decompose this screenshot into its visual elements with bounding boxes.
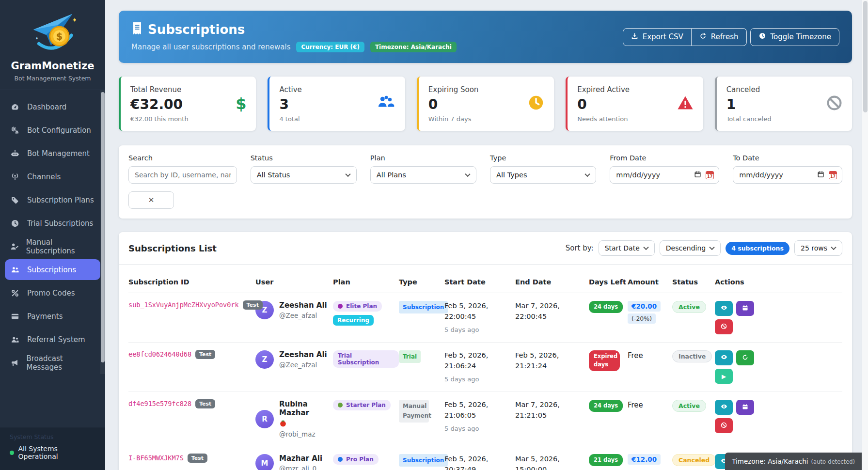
- to-date-input[interactable]: mm/dd/yyyy 17: [733, 166, 842, 184]
- sidebar-item-broadcast-messages[interactable]: Broadcast Messages: [5, 352, 100, 373]
- subscription-id[interactable]: ee8fcd0624640d68: [128, 350, 191, 358]
- sidebar-item-trial-subscriptions[interactable]: Trial Subscriptions: [5, 213, 100, 234]
- app-name: GramMonetize: [0, 60, 105, 72]
- stat-sub: 4 total: [279, 115, 301, 123]
- avatar-initial: Z: [262, 355, 268, 364]
- sidebar-item-promo-codes[interactable]: Promo Codes: [5, 282, 100, 303]
- sidebar-item-label: Bot Management: [27, 149, 90, 158]
- search-input[interactable]: [128, 166, 237, 184]
- rows-per-page-select[interactable]: 25 rows: [794, 240, 842, 256]
- calendar-icon: [742, 403, 749, 412]
- end-date-cell: Feb 5, 2026, 21:21:24: [515, 350, 589, 372]
- stat-card-expired-active: Expired Active 0 Needs attention: [566, 77, 703, 131]
- export-csv-button[interactable]: Export CSV: [623, 28, 692, 46]
- time-text: 21:06:24: [444, 361, 515, 372]
- people-icon: [10, 335, 20, 344]
- subscription-id[interactable]: df4e915e579fc828: [128, 400, 191, 407]
- amount: Free: [628, 350, 643, 360]
- sidebar-item-bot-management[interactable]: Bot Management: [5, 143, 100, 164]
- plan-select[interactable]: All Plans: [370, 166, 476, 184]
- plan-name: Elite Plan: [346, 303, 377, 310]
- sidebar-item-subscription-plans[interactable]: Subscription Plans: [5, 189, 100, 210]
- page-scrollbar-thumb[interactable]: [863, 1, 868, 112]
- type-select-value: All Types: [496, 171, 527, 179]
- column-header: Start Date: [444, 278, 515, 286]
- column-header: Type: [399, 278, 444, 286]
- system-status-text: All Systems Operational: [18, 445, 95, 460]
- sidebar-item-dashboard[interactable]: Dashboard: [5, 96, 100, 117]
- column-header: User: [255, 278, 333, 286]
- calendar-icon[interactable]: [694, 171, 701, 179]
- type-select[interactable]: All Types: [490, 166, 596, 184]
- page-scrollbar[interactable]: [862, 0, 868, 470]
- view-button[interactable]: [715, 301, 733, 316]
- rotate-icon: [742, 354, 749, 362]
- sidebar-item-label: Subscription Plans: [27, 196, 94, 204]
- sidebar-item-payments[interactable]: Payments: [5, 306, 100, 327]
- tags-icon: [10, 196, 20, 204]
- plan-name: Starter Plan: [346, 402, 386, 408]
- time-text: 22:00:45: [444, 312, 515, 322]
- cancel-button[interactable]: [715, 418, 733, 433]
- table-row: df4e915e579fc828Test R Rubina Mazhar @ro…: [128, 392, 842, 446]
- subscription-id[interactable]: I-BF65MWXJKM7S: [128, 454, 184, 462]
- time-text: 21:06:05: [444, 410, 515, 421]
- user-name: Zeeshan Ali: [279, 301, 327, 310]
- status-select[interactable]: All Status: [251, 166, 357, 184]
- date-text: Mar 5, 2026,: [515, 454, 589, 465]
- currency-badge: Currency: EUR (€): [296, 42, 364, 52]
- resume-button[interactable]: ▶: [715, 369, 733, 384]
- cancel-button[interactable]: [715, 319, 733, 334]
- date-text: Feb 5, 2026,: [444, 301, 515, 312]
- eye-icon: [720, 403, 728, 412]
- view-button[interactable]: [715, 350, 733, 365]
- to-date-label: To Date: [733, 154, 842, 162]
- test-badge: Test: [195, 399, 215, 408]
- sidebar-item-subscriptions[interactable]: Subscriptions: [5, 259, 100, 280]
- sidebar-item-referral-system[interactable]: Referral System: [5, 329, 100, 350]
- start-date-cell: Feb 5, 2026, 22:00:45 5 days ago: [444, 301, 515, 334]
- calendar-emoji-icon[interactable]: 17: [829, 171, 837, 179]
- from-date-input[interactable]: mm/dd/yyyy 17: [610, 166, 719, 184]
- users-icon: [10, 266, 20, 274]
- ban-icon: [826, 95, 842, 113]
- calendar-icon[interactable]: [817, 171, 824, 179]
- type-badge: Trial: [399, 350, 421, 363]
- recurring-badge: Recurring: [333, 315, 374, 326]
- rows-per-page-value: 25 rows: [801, 244, 827, 252]
- sidebar-item-label: Subscriptions: [27, 266, 76, 274]
- users-icon: [377, 94, 395, 113]
- tomato-emoji: [279, 419, 333, 428]
- time-text: 20:37:49: [444, 465, 515, 470]
- schedule-button[interactable]: [736, 301, 754, 316]
- relative-time: 5 days ago: [444, 424, 515, 434]
- type-badge: Subscription: [399, 301, 448, 313]
- user-edit-icon: [10, 242, 19, 251]
- toggle-timezone-button[interactable]: Toggle Timezone: [750, 28, 840, 46]
- days-left-badge: Expired days: [589, 350, 620, 371]
- relative-time: 5 days ago: [444, 325, 515, 335]
- clear-filters-button[interactable]: ✕: [128, 191, 174, 209]
- stat-card-expiring-soon: Expiring Soon 0 Within 7 days: [417, 77, 554, 131]
- sidebar-scrollbar[interactable]: [100, 90, 105, 374]
- refresh-button[interactable]: Refresh: [692, 28, 747, 46]
- sort-direction-select[interactable]: Descending: [660, 240, 721, 256]
- sidebar-scrollbar-thumb[interactable]: [101, 92, 105, 362]
- subscription-id[interactable]: sub_1SxVuyAnjpMeZHXvyoPov0rk: [128, 301, 239, 309]
- date-text: Mar 7, 2026,: [515, 400, 589, 410]
- renew-button[interactable]: [736, 350, 754, 365]
- stat-value: €32.00: [130, 96, 189, 112]
- calendar-emoji-icon[interactable]: 17: [706, 171, 714, 179]
- sidebar-item-channels[interactable]: Channels: [5, 166, 100, 187]
- view-button[interactable]: [715, 400, 733, 415]
- app-tagline: Bot Management System: [0, 75, 105, 82]
- schedule-button[interactable]: [736, 400, 754, 415]
- sidebar-item-bot-configuration[interactable]: Bot Configuration: [5, 120, 100, 141]
- user-name: Zeeshan Ali: [279, 350, 327, 359]
- start-date-cell: Feb 5, 2026, 21:06:24 5 days ago: [444, 350, 515, 384]
- sort-field-value: Start Date: [605, 244, 640, 252]
- sort-field-select[interactable]: Start Date: [599, 240, 655, 256]
- sort-by-label: Sort by:: [566, 244, 594, 252]
- svg-text:✦: ✦: [72, 16, 76, 24]
- sidebar-item-manual-subscriptions[interactable]: Manual Subscriptions: [5, 236, 100, 257]
